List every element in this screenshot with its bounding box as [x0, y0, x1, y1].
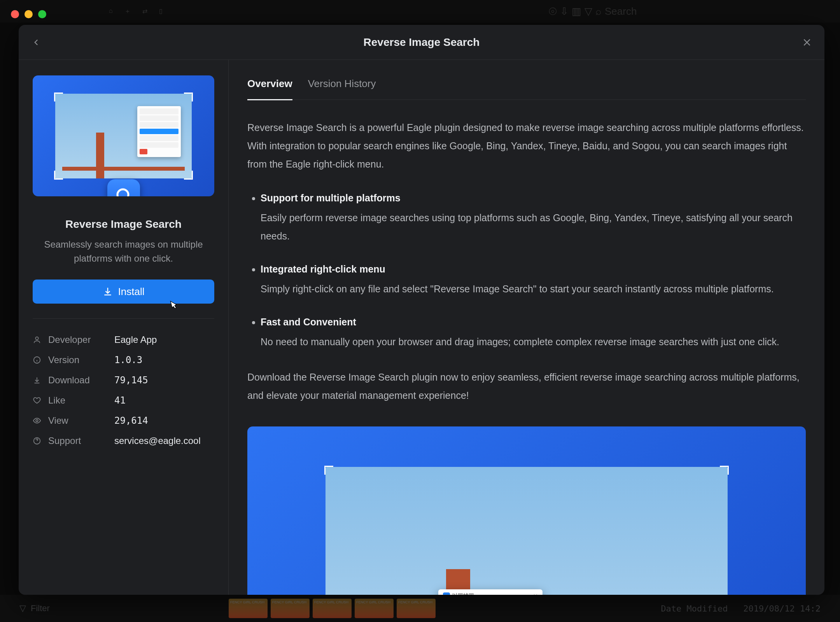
home-icon: ⌂ [109, 7, 113, 16]
meta-row-support: Support services@eagle.cool [33, 431, 214, 451]
plugin-hero-image [33, 75, 214, 196]
plugin-app-icon [107, 179, 140, 196]
svg-point-9 [36, 420, 38, 422]
window-zoom-dot[interactable] [38, 10, 46, 18]
download-icon [33, 376, 48, 384]
question-icon [33, 437, 48, 445]
download-icon [103, 287, 113, 297]
overview-intro: Reverse Image Search is a powerful Eagle… [247, 119, 806, 173]
thumbnail: FENCY GIRL CRUSH [355, 599, 394, 618]
plugin-tagline: Seamlessly search images on multiple pla… [33, 238, 214, 266]
meta-row-view: View 29,614 [33, 411, 214, 431]
plugin-detail-modal: Reverse Image Search [19, 25, 824, 595]
user-icon [33, 335, 48, 344]
thumbnail: FENCY GIRL CRUSH [313, 599, 352, 618]
meta-row-like: Like 41 [33, 390, 214, 411]
svg-point-2 [117, 189, 128, 196]
modal-header: Reverse Image Search [19, 25, 824, 60]
date-modified-readout: Date Modified 2019/08/12 14:2 [661, 604, 821, 613]
overview-screenshot: 以圖找圖 ✕ [247, 426, 806, 595]
feature-item: Integrated right-click menu Simply right… [261, 260, 806, 298]
thumbnail: FENCY GIRL CRUSH [397, 599, 436, 618]
overview-description: Reverse Image Search is a powerful Eagle… [247, 119, 806, 405]
puzzle-icon: ⦾ [549, 5, 557, 17]
thumbnail: FENCY GIRL CRUSH [229, 599, 268, 618]
feature-item: Fast and Convenient No need to manually … [261, 313, 806, 351]
screenshot-popup: 以圖找圖 ✕ [438, 589, 543, 595]
background-search: ⦾ ⇩ ▥ ▽ ⌕ [549, 5, 731, 17]
feature-item: Support for multiple platforms Easily pe… [261, 189, 806, 245]
feature-list: Support for multiple platforms Easily pe… [247, 189, 806, 351]
magnifier-icon [443, 592, 450, 595]
plugin-sidebar: Reverse Image Search Seamlessly search i… [19, 60, 229, 595]
panel-icon: ▥ [572, 5, 581, 17]
swap-icon: ⇄ [142, 7, 147, 16]
window-close-dot[interactable] [11, 10, 19, 18]
overview-outro: Download the Reverse Image Search plugin… [247, 368, 806, 405]
install-button-label: Install [118, 286, 145, 298]
funnel-icon: ▽ [584, 5, 592, 17]
meta-row-version: Version 1.0.3 [33, 350, 214, 370]
thumbnail: FENCY GIRL CRUSH [271, 599, 310, 618]
background-thumbnails: FENCY GIRL CRUSH FENCY GIRL CRUSH FENCY … [229, 599, 436, 618]
filter-label: Filter [31, 603, 50, 613]
close-button[interactable] [802, 37, 812, 47]
close-icon: ✕ [533, 593, 538, 595]
plugin-name: Reverse Image Search [33, 218, 214, 231]
install-button[interactable]: Install [33, 280, 214, 304]
tab-version-history[interactable]: Version History [308, 75, 376, 100]
download-icon: ⇩ [560, 5, 569, 17]
eye-icon [33, 416, 48, 425]
search-icon: ⌕ [595, 5, 602, 17]
divider [33, 318, 214, 319]
info-icon [33, 356, 48, 364]
background-search-input [605, 5, 731, 17]
heart-icon [33, 396, 48, 405]
back-button[interactable] [31, 37, 41, 47]
plugin-content: Overview Version History Reverse Image S… [229, 60, 824, 595]
tab-overview[interactable]: Overview [247, 75, 292, 100]
plus-icon: ＋ [124, 7, 131, 16]
meta-row-developer: Developer Eagle App [33, 330, 214, 350]
modal-title: Reverse Image Search [364, 36, 480, 49]
magnifier-icon [114, 186, 133, 196]
svg-point-4 [35, 337, 38, 340]
book-icon: ▯ [159, 7, 163, 16]
plugin-meta-table: Developer Eagle App Version 1.0.3 Downlo… [33, 330, 214, 451]
background-bottom-bar: ▽ Filter FENCY GIRL CRUSH FENCY GIRL CRU… [0, 595, 840, 622]
funnel-icon: ▽ [19, 603, 26, 613]
background-toolbar: ⌂ ＋ ⇄ ▯ ⦾ ⇩ ▥ ▽ ⌕ [0, 0, 840, 23]
content-tabs: Overview Version History [247, 75, 806, 100]
traffic-lights [11, 10, 46, 18]
window-minimize-dot[interactable] [24, 10, 33, 18]
meta-row-download: Download 79,145 [33, 370, 214, 390]
